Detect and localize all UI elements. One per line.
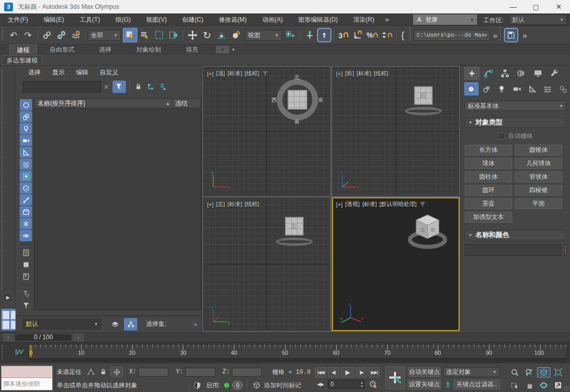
reference-coordinate-system-dropdown[interactable]: 视图▼ [245, 30, 282, 41]
show-as-list-button[interactable] [20, 247, 32, 258]
menu-graph-editors[interactable]: 图形编辑器(D) [291, 13, 346, 26]
selection-lock-toggle[interactable] [97, 368, 109, 375]
time-slider-track[interactable]: ‹ 0 / 100 › [0, 333, 570, 342]
select-and-scale-button[interactable] [214, 28, 229, 42]
viewport-shading-label[interactable]: [线框] [245, 70, 259, 77]
display-spacewarps-toggle[interactable] [20, 159, 32, 170]
shapes-category-button[interactable] [480, 82, 494, 96]
display-tab[interactable] [530, 67, 546, 80]
autogrid-checkbox[interactable] [498, 133, 505, 139]
compass-south-label[interactable]: 南 [294, 118, 299, 126]
workspace-dropdown[interactable]: 默认▼ [509, 14, 567, 25]
trackbar-grip[interactable] [1, 344, 4, 360]
select-and-link-button[interactable] [40, 28, 54, 42]
menu-modifiers[interactable]: 修改器(M) [211, 13, 255, 26]
current-frame-spinner[interactable]: ▲▼ [328, 380, 365, 389]
go-to-start-button[interactable]: |◀◀ [315, 367, 326, 378]
viewport-menu-plus[interactable]: [+] [336, 201, 343, 208]
lock-explorer-icon[interactable] [133, 83, 144, 90]
previous-frame-arrow[interactable]: ‹ [3, 334, 13, 341]
collapse-hierarchy-icon[interactable] [156, 83, 169, 90]
viewport-standard-label[interactable]: [标准] [357, 70, 371, 77]
viewport-front[interactable]: [+] [前] [标准] [线框] 前 xz [332, 67, 459, 196]
project-path-dropdown[interactable]: C:\Users\po···ds Max 2024▼ [414, 30, 490, 41]
explorer-list-area[interactable] [34, 108, 201, 310]
pyramid-button[interactable]: 四棱锥 [515, 185, 562, 196]
bind-to-space-warp-button[interactable] [69, 28, 83, 42]
hierarchy-view-button[interactable] [124, 318, 137, 331]
next-frame-button[interactable]: |▶ [356, 367, 367, 378]
percent-snap-toggle[interactable]: % [365, 28, 379, 42]
explorer-panel-grip[interactable] [1, 69, 4, 291]
viewport-top[interactable]: [+] [顶] [标准] [线框] 北 南 西 东 xy [203, 67, 330, 196]
compass-east-label[interactable]: 东 [318, 97, 323, 104]
set-key-button[interactable]: 设置关键点 [408, 380, 441, 389]
resize-grip[interactable] [564, 386, 569, 391]
toolbar-grip[interactable] [2, 26, 4, 41]
name-color-rollout-header[interactable]: ▼ 名称和颜色 ∷ [465, 230, 566, 240]
object-category-dropdown[interactable]: 标准基本体▼ [465, 101, 566, 111]
viewport-standard-label[interactable]: [标准] [228, 200, 242, 208]
menu-rendering[interactable]: 渲染(R) [345, 13, 382, 26]
viewcube-left-face[interactable]: 左 [285, 217, 304, 236]
viewport-shading-label[interactable]: [默认明暗处理] [379, 200, 417, 208]
window-crossing-toggle[interactable] [166, 28, 181, 42]
object-type-rollout-header[interactable]: ▼ 对象类型 ∷ [465, 117, 566, 128]
zoom-extents-button[interactable] [537, 367, 550, 378]
object-color-swatch[interactable] [564, 244, 566, 256]
viewport-menu-plus[interactable]: [+] [207, 71, 214, 77]
expand-hierarchy-icon[interactable] [144, 83, 156, 90]
maximize-button[interactable]: ▢ [525, 0, 547, 13]
utilities-tab[interactable] [547, 67, 562, 80]
x-coord-field[interactable] [138, 368, 168, 377]
torus-button[interactable]: 圆环 [465, 185, 512, 196]
display-shapes-toggle[interactable] [20, 111, 32, 122]
toolbar-overflow-chevron-2[interactable]: » [522, 31, 526, 40]
menu-overflow-chevron[interactable]: » [385, 15, 388, 23]
teapot-button[interactable]: 茶壶 [465, 198, 512, 209]
ribbon-tab-selection[interactable]: 选择 [87, 45, 124, 54]
undo-button[interactable]: ↶ [6, 28, 21, 42]
menu-views[interactable]: 视图(V) [138, 13, 175, 26]
ribbon-panel-polygon-modeling[interactable]: 多边形建模 [2, 55, 42, 65]
display-cameras-toggle[interactable] [20, 135, 32, 146]
viewport-shading-label[interactable]: [线框] [374, 70, 388, 77]
create-tab[interactable]: + [464, 67, 480, 80]
modify-tab[interactable] [481, 67, 496, 80]
key-mode-toggle[interactable]: ◀▶ [315, 380, 326, 389]
explorer-menu-display[interactable]: 显示 [52, 68, 65, 77]
viewport-menu-plus[interactable]: [+] [336, 71, 343, 77]
spacewarps-category-button[interactable] [541, 82, 555, 96]
box-button[interactable]: 长方体 [465, 145, 512, 155]
helpers-category-button[interactable] [525, 82, 540, 96]
explorer-search-input[interactable] [23, 81, 101, 92]
selection-filter-dropdown[interactable]: 全部▼ [88, 30, 121, 41]
viewport-pov-label[interactable]: [左] [216, 200, 225, 208]
absolute-mode-toggle[interactable] [110, 367, 123, 377]
display-frozen-toggle[interactable] [20, 218, 32, 229]
listener-macro-line[interactable] [2, 366, 52, 378]
viewport-standard-label[interactable]: [标准] [362, 200, 377, 208]
expand-panel-button[interactable]: ▶ [3, 293, 13, 302]
menu-tools[interactable]: 工具(T) [72, 13, 107, 26]
geometry-category-button[interactable] [464, 82, 479, 96]
viewport-perspective[interactable]: [+] [透视] [标准] [默认明暗处理] 左 前 [332, 197, 460, 331]
filter-settings-button[interactable] [20, 288, 32, 299]
display-xrefs-toggle[interactable] [20, 182, 32, 194]
rectangular-selection-region-button[interactable] [152, 28, 166, 42]
key-filters-button[interactable]: 关键点过滤器.. [453, 380, 500, 389]
filter-button[interactable] [20, 300, 32, 311]
previous-frame-button[interactable]: ◀| [328, 367, 339, 378]
ribbon-minimize-icon[interactable]: ▼ [216, 46, 229, 53]
angle-snap-toggle[interactable] [351, 28, 365, 42]
cameras-category-button[interactable] [510, 82, 525, 96]
viewcube-compass-ring[interactable] [405, 107, 442, 115]
viewcube-front-face[interactable]: 前 [414, 86, 433, 105]
textplus-button[interactable]: 加强型文本 [465, 212, 512, 223]
play-animation-button[interactable]: ▶ [341, 367, 354, 378]
object-name-field[interactable] [465, 244, 561, 256]
display-groups-toggle[interactable] [20, 170, 32, 182]
explorer-menu-customize[interactable]: 自定义 [100, 68, 118, 77]
time-tag-cube-icon[interactable] [251, 382, 262, 389]
clear-search-icon[interactable]: ✕ [101, 83, 112, 91]
